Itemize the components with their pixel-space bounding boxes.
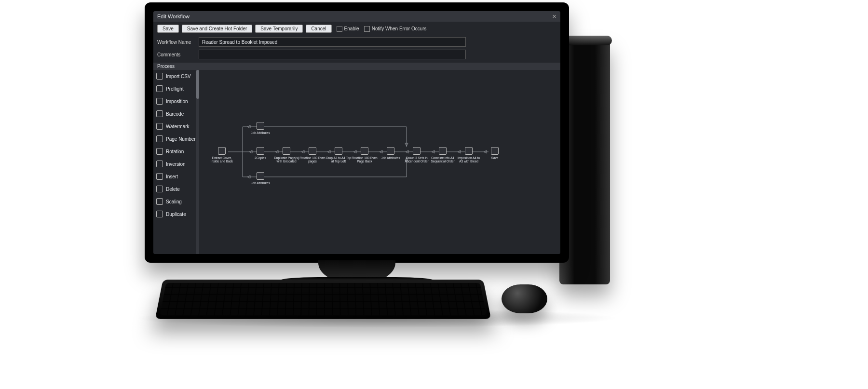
- sidebar-item-label: Watermark: [166, 124, 190, 129]
- node-icon: [218, 147, 226, 155]
- node-rotation-back[interactable]: Rotation 180 Even Page Back: [352, 147, 378, 163]
- node-job-attr-bottom[interactable]: Job Attributes: [247, 172, 273, 185]
- enable-checkbox[interactable]: Enable: [337, 26, 359, 32]
- node-imposition-a4a3[interactable]: Imposition A4 to A3 with Bleed: [456, 147, 482, 163]
- node-job-attr-top[interactable]: Job Attributes: [247, 122, 273, 134]
- node-group-3-sets[interactable]: Group 3 Sets in Ascendent Order: [404, 147, 430, 163]
- window-title: Edit Workflow: [157, 13, 190, 19]
- node-combine-a4[interactable]: Combine into A4 Sequential Order: [430, 147, 456, 163]
- toolbar: Save Save and Create Hot Folder Save Tem…: [153, 22, 560, 36]
- page-number-icon: [156, 135, 163, 142]
- sidebar-item-duplicate[interactable]: Duplicate: [153, 208, 199, 220]
- node-duplicate-pages[interactable]: Duplicate Page(s) with Uncoated: [273, 147, 299, 163]
- sidebar-item-scaling[interactable]: Scaling: [153, 195, 199, 208]
- node-label: Job Attributes: [381, 156, 400, 160]
- save-temp-button[interactable]: Save Temporarily: [255, 25, 303, 33]
- sidebar-item-imposition[interactable]: Imposition: [153, 95, 199, 107]
- node-crop-a3-a4[interactable]: Crop A3 to A4 Top at Top Left: [326, 147, 352, 163]
- node-icon: [283, 147, 290, 155]
- sidebar-item-label: Insert: [166, 174, 178, 179]
- sidebar-item-watermark[interactable]: Watermark: [153, 120, 199, 133]
- enable-label: Enable: [344, 26, 359, 31]
- app-window: Edit Workflow ✕ Save Save and Create Hot…: [153, 11, 560, 254]
- workflow-name-input[interactable]: [199, 37, 466, 47]
- node-label: Group 3 Sets in Ascendent Order: [405, 156, 428, 163]
- barcode-icon: [156, 110, 163, 117]
- process-section-header: Process: [153, 63, 560, 70]
- sidebar-item-delete[interactable]: Delete: [153, 183, 199, 195]
- node-label: Imposition A4 to A3 with Bleed: [458, 156, 480, 163]
- node-label: Duplicate Page(s) with Uncoated: [274, 156, 299, 163]
- node-icon: [309, 147, 316, 155]
- sidebar-item-label: Scaling: [166, 199, 182, 204]
- cancel-button[interactable]: Cancel: [306, 25, 331, 33]
- comments-row: Comments: [153, 48, 560, 61]
- node-label: Save: [491, 156, 499, 160]
- save-hotfolder-button[interactable]: Save and Create Hot Folder: [182, 25, 253, 33]
- save-button[interactable]: Save: [157, 25, 179, 33]
- sidebar-item-inversion[interactable]: Inversion: [153, 158, 199, 170]
- delete-icon: [156, 186, 163, 192]
- node-label: Job Attributes: [251, 181, 270, 185]
- node-icon: [413, 147, 420, 155]
- sidebar-item-label: Page Number: [166, 136, 196, 142]
- sidebar-item-label: Preflight: [166, 86, 184, 92]
- node-label: Job Attributes: [251, 131, 270, 134]
- node-2copies[interactable]: 2Copies: [247, 147, 273, 160]
- node-icon: [335, 147, 342, 155]
- node-icon: [387, 147, 394, 155]
- node-label: Crop A3 to A4 Top at Top Left: [326, 156, 351, 163]
- insert-icon: [156, 173, 163, 180]
- comments-label: Comments: [157, 52, 195, 57]
- node-job-attributes[interactable]: Job Attributes: [378, 147, 404, 160]
- watermark-icon: [156, 123, 163, 130]
- process-sidebar: Import CSV Preflight Imposition Barcode …: [153, 70, 199, 254]
- node-save[interactable]: Save: [482, 147, 508, 160]
- keyboard: [155, 280, 491, 319]
- sidebar-item-rotation[interactable]: Rotation: [153, 145, 199, 158]
- csv-icon: [156, 73, 163, 80]
- titlebar: Edit Workflow ✕: [153, 11, 560, 22]
- workflow-canvas[interactable]: Extract Cover, Inside and Back 2Copies D…: [199, 70, 560, 254]
- node-icon: [439, 147, 447, 155]
- comments-input[interactable]: [199, 50, 466, 59]
- imposition-icon: [156, 98, 163, 105]
- checkbox-icon: [364, 26, 370, 32]
- scaling-icon: [156, 198, 163, 205]
- sidebar-item-import-csv[interactable]: Import CSV: [153, 70, 199, 82]
- node-extract-cover[interactable]: Extract Cover, Inside and Back: [209, 147, 235, 163]
- node-icon: [361, 147, 368, 155]
- node-label: Extract Cover, Inside and Back: [211, 156, 233, 163]
- node-label: Rotation 180 Even Page Back: [352, 156, 377, 163]
- sidebar-item-label: Barcode: [166, 111, 184, 117]
- node-icon: [257, 147, 264, 155]
- node-icon: [491, 147, 499, 155]
- preflight-icon: [156, 85, 163, 92]
- sidebar-item-insert[interactable]: Insert: [153, 170, 199, 183]
- sidebar-item-label: Import CSV: [166, 74, 191, 79]
- close-icon[interactable]: ✕: [552, 13, 556, 20]
- workflow-name-label: Workflow Name: [157, 40, 195, 45]
- workflow-name-row: Workflow Name: [153, 36, 560, 48]
- mouse: [502, 284, 547, 313]
- node-rotation-even[interactable]: Rotation 180 Even pages: [299, 147, 326, 163]
- sidebar-item-preflight[interactable]: Preflight: [153, 82, 199, 95]
- duplicate-icon: [156, 211, 163, 217]
- node-icon: [257, 172, 264, 180]
- sidebar-item-label: Delete: [166, 187, 180, 192]
- inversion-icon: [156, 161, 163, 167]
- sidebar-item-label: Inversion: [166, 161, 186, 167]
- sidebar-item-label: Rotation: [166, 149, 184, 154]
- sidebar-item-label: Duplicate: [166, 212, 186, 217]
- workflow-connectors: [199, 70, 560, 254]
- node-label: 2Copies: [255, 156, 266, 160]
- notify-label: Notify When Error Occurs: [372, 26, 427, 31]
- notify-checkbox[interactable]: Notify When Error Occurs: [364, 26, 427, 32]
- sidebar-item-barcode[interactable]: Barcode: [153, 107, 199, 120]
- node-label: Combine into A4 Sequential Order: [431, 156, 454, 163]
- node-label: Rotation 180 Even pages: [299, 156, 325, 163]
- sidebar-item-page-number[interactable]: Page Number: [153, 133, 199, 145]
- checkbox-icon: [337, 26, 342, 32]
- node-icon: [465, 147, 473, 155]
- sidebar-item-label: Imposition: [166, 99, 188, 104]
